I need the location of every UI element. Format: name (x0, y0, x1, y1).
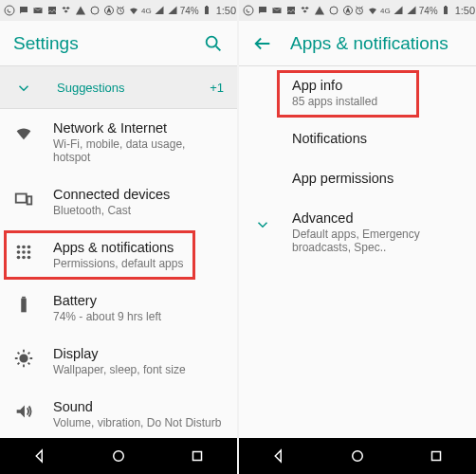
svg-point-15 (17, 250, 21, 254)
row-sub: Permissions, default apps (53, 257, 224, 270)
sync-icon (89, 5, 101, 16)
row-network[interactable]: Network & Internet Wi-Fi, mobile, data u… (0, 109, 237, 175)
row-title: App info (292, 78, 463, 93)
svg-point-19 (22, 256, 26, 260)
wifi-icon (13, 122, 34, 143)
chevron-down-icon (252, 214, 273, 235)
row-app-info[interactable]: App info 85 apps installed (239, 66, 476, 119)
dropbox-icon (300, 5, 311, 16)
whatsapp-icon (4, 5, 15, 16)
svg-rect-11 (27, 196, 32, 204)
row-app-permissions[interactable]: App permissions (239, 159, 476, 199)
svg-point-9 (207, 36, 217, 46)
circle-a-icon: A (342, 5, 354, 16)
alarm-icon (354, 5, 365, 16)
settings-header: Settings (0, 21, 237, 66)
apps-header: Apps & notifications (239, 21, 476, 66)
signal-icon (393, 5, 404, 16)
svg-rect-29 (193, 452, 202, 461)
row-apps-notifications[interactable]: Apps & notifications Permissions, defaul… (0, 228, 237, 282)
nav-recents-icon[interactable] (189, 447, 206, 465)
dropbox-icon (61, 5, 72, 16)
svg-point-13 (22, 246, 26, 249)
battery-pct: 74% (419, 6, 438, 16)
svg-point-20 (27, 256, 31, 260)
svg-point-14 (27, 246, 31, 249)
navigation-bar (0, 438, 237, 474)
row-sub: Default apps, Emergency broadcasts, Spec… (292, 228, 463, 254)
page-title: Apps & notifications (290, 33, 463, 54)
nav-home-icon[interactable] (349, 447, 366, 465)
network-type: 4G (141, 7, 152, 15)
battery-icon (440, 5, 451, 16)
display-icon (13, 348, 34, 369)
apps-icon (13, 242, 34, 263)
row-advanced[interactable]: Advanced Default apps, Emergency broadca… (239, 199, 476, 265)
wifi-icon (128, 5, 139, 16)
whatsapp-icon (243, 5, 254, 16)
apps-notifications-screen: A 4G 74% 1:50 Apps & notifications App i… (239, 0, 476, 474)
back-arrow-icon[interactable] (252, 33, 273, 54)
svg-point-12 (17, 246, 21, 249)
suggestions-count: +1 (210, 81, 224, 95)
svg-rect-22 (22, 297, 26, 299)
svg-point-23 (20, 355, 27, 361)
svg-text:A: A (107, 8, 111, 13)
warning-icon (314, 5, 325, 16)
svg-rect-38 (445, 6, 447, 7)
row-title: Battery (53, 293, 224, 308)
navigation-bar (239, 438, 476, 474)
clock-time: 1:50 (455, 5, 475, 16)
svg-point-30 (244, 6, 253, 15)
mail-icon (271, 5, 283, 16)
settings-screen: A 4G 74% 1:50 Settings Suggestions +1 (0, 0, 237, 474)
svg-point-39 (353, 451, 363, 462)
row-sub: Wallpaper, sleep, font size (53, 363, 224, 376)
row-sub: 85 apps installed (292, 95, 463, 108)
battery-pct: 74% (180, 6, 199, 16)
row-title: App permissions (292, 171, 463, 186)
svg-rect-7 (205, 7, 209, 14)
nav-back-icon[interactable] (270, 447, 287, 465)
row-connected-devices[interactable]: Connected devices Bluetooth, Cast (0, 175, 237, 228)
svg-point-28 (114, 451, 124, 462)
apps-list[interactable]: App info 85 apps installed Notifications… (239, 66, 476, 438)
sync-icon (328, 5, 339, 16)
warning-icon (75, 5, 86, 16)
row-sub: 74% - about 9 hrs left (53, 310, 224, 323)
page-title: Settings (13, 33, 203, 54)
row-title: Notifications (292, 131, 463, 146)
signal2-icon (167, 5, 178, 16)
svg-point-0 (5, 6, 14, 15)
svg-rect-21 (21, 299, 27, 313)
image-icon (285, 5, 297, 16)
mail-icon (32, 5, 44, 16)
svg-rect-37 (444, 7, 448, 14)
suggestions-row[interactable]: Suggestions +1 (0, 66, 237, 109)
row-notifications[interactable]: Notifications (239, 119, 476, 159)
status-bar: A 4G 74% 1:50 (0, 0, 237, 21)
nav-recents-icon[interactable] (428, 447, 445, 465)
devices-icon (13, 189, 34, 210)
sound-icon (13, 401, 34, 422)
battery-icon (201, 5, 212, 16)
row-title: Network & Internet (53, 120, 224, 136)
row-battery[interactable]: Battery 74% - about 9 hrs left (0, 282, 237, 335)
wifi-icon (367, 5, 378, 16)
chevron-down-icon (13, 78, 34, 99)
svg-rect-10 (16, 194, 27, 203)
search-icon[interactable] (203, 33, 224, 54)
row-display[interactable]: Display Wallpaper, sleep, font size (0, 335, 237, 388)
row-sound[interactable]: Sound Volume, vibration, Do Not Disturb (0, 388, 237, 438)
row-sub: Wi-Fi, mobile, data usage, hotspot (53, 137, 224, 164)
battery-icon (13, 295, 34, 316)
svg-point-17 (27, 250, 31, 254)
svg-point-18 (17, 256, 21, 260)
row-title: Apps & notifications (53, 240, 224, 255)
row-title: Advanced (292, 210, 463, 226)
nav-home-icon[interactable] (110, 447, 127, 465)
settings-list[interactable]: Network & Internet Wi-Fi, mobile, data u… (0, 109, 237, 438)
signal2-icon (406, 5, 417, 16)
row-title: Display (53, 346, 224, 361)
nav-back-icon[interactable] (31, 447, 48, 465)
